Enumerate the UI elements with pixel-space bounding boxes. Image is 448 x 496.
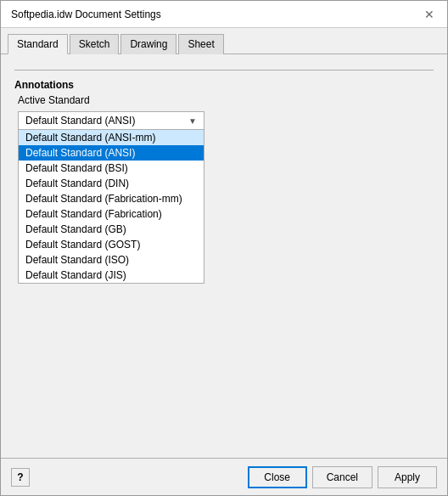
dropdown-item-2[interactable]: Default Standard (BSI) [19,161,204,176]
tab-standard[interactable]: Standard [8,34,68,54]
active-standard-dropdown[interactable]: Default Standard (ANSI) ▼ Default Standa… [18,111,204,130]
tab-sketch[interactable]: Sketch [70,34,120,54]
dropdown-item-6[interactable]: Default Standard (GB) [19,222,204,237]
dropdown-item-1[interactable]: Default Standard (ANSI) [19,145,204,161]
footer: ? Close Cancel Apply [1,458,447,495]
help-button[interactable]: ? [11,468,30,487]
section-annotations-label: Annotations [14,79,434,91]
dropdown-item-4[interactable]: Default Standard (Fabrication-mm) [19,191,204,206]
dropdown-item-9[interactable]: Default Standard (JIS) [19,268,204,283]
dropdown-item-0[interactable]: Default Standard (ANSI-mm) [19,130,204,145]
dropdown-item-8[interactable]: Default Standard (ISO) [19,252,204,268]
footer-right: Close Cancel Apply [248,466,437,488]
window-title: Softpedia.idw Document Settings [11,8,161,20]
content-area: Annotations Active Standard Default Stan… [1,54,447,458]
dropdown-item-5[interactable]: Default Standard (Fabrication) [19,206,204,222]
dropdown-list: Default Standard (ANSI-mm) Default Stand… [18,130,204,284]
dialog-window: Softpedia.idw Document Settings ✕ Standa… [0,0,448,496]
apply-button[interactable]: Apply [378,466,437,488]
close-window-button[interactable]: ✕ [422,7,437,22]
tab-drawing[interactable]: Drawing [120,34,176,54]
tab-sheet[interactable]: Sheet [178,34,223,54]
close-button[interactable]: Close [248,466,307,488]
cancel-button[interactable]: Cancel [312,466,372,488]
tabs-bar: Standard Sketch Drawing Sheet [1,28,447,54]
footer-left: ? [11,468,30,487]
chevron-down-icon: ▼ [188,116,197,126]
dropdown-item-7[interactable]: Default Standard (GOST) [19,237,204,252]
title-bar: Softpedia.idw Document Settings ✕ [1,1,447,28]
dropdown-selected-value[interactable]: Default Standard (ANSI) ▼ [18,111,204,130]
separator [14,70,434,70]
active-standard-label: Active Standard [18,94,434,106]
dropdown-item-3[interactable]: Default Standard (DIN) [19,176,204,191]
